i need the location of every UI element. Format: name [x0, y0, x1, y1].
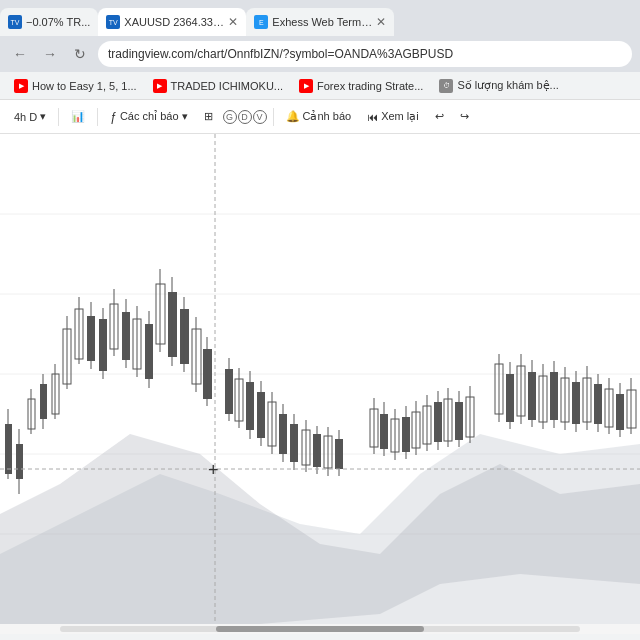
- timeframe-arrow: ▾: [40, 110, 46, 123]
- bookmark-3[interactable]: ▶ Forex trading Strate...: [293, 77, 429, 95]
- back-button[interactable]: ←: [8, 42, 32, 66]
- tab-1-favicon: TV: [8, 15, 22, 29]
- alert-button[interactable]: 🔔 Cảnh báo: [280, 108, 358, 125]
- sep-3: [273, 108, 274, 126]
- bookmark-4-text: Số lượng khám bệ...: [457, 79, 558, 92]
- svg-text:+: +: [208, 460, 219, 480]
- undo-button[interactable]: ↩: [429, 108, 450, 125]
- timeframe-selector[interactable]: 4h D ▾: [8, 108, 52, 125]
- tab-2-text: XAUUSD 2364.333 ▼ −0.07% TR...: [124, 16, 224, 28]
- tab-3-favicon: E: [254, 15, 268, 29]
- indicators-button[interactable]: ƒ Các chỉ báo ▾: [104, 108, 193, 126]
- bar-style-button[interactable]: 📊: [65, 108, 91, 125]
- circle-d-button[interactable]: D: [238, 110, 252, 124]
- indicators-arrow: ▾: [182, 110, 188, 123]
- bookmark-1-favicon: ▶: [14, 79, 28, 93]
- tab-3-text: Exhess Web Terminal: [272, 16, 372, 28]
- circle-buttons: G D V: [223, 110, 267, 124]
- redo-button[interactable]: ↪: [454, 108, 475, 125]
- replay-button[interactable]: ⏮ Xem lại: [361, 108, 425, 125]
- tab-3[interactable]: E Exhess Web Terminal ✕: [246, 8, 394, 36]
- bookmark-2-favicon: ▶: [153, 79, 167, 93]
- forward-button[interactable]: →: [38, 42, 62, 66]
- tab-1[interactable]: TV −0.07% TR...: [0, 8, 98, 36]
- replay-icon: ⏮: [367, 111, 378, 123]
- sep-2: [97, 108, 98, 126]
- circle-g-button[interactable]: G: [223, 110, 237, 124]
- alert-icon: 🔔: [286, 110, 300, 123]
- bookmark-1[interactable]: ▶ How to Easy 1, 5, 1...: [8, 77, 143, 95]
- replay-label: Xem lại: [381, 110, 419, 123]
- tab-2-favicon: TV: [106, 15, 120, 29]
- scrollbar-track[interactable]: [60, 626, 580, 632]
- tab-1-text: −0.07% TR...: [26, 16, 90, 28]
- scrollbar-thumb[interactable]: [216, 626, 424, 632]
- bookmark-3-favicon: ▶: [299, 79, 313, 93]
- bookmark-3-text: Forex trading Strate...: [317, 80, 423, 92]
- timeframe-period: D: [29, 111, 37, 123]
- address-bar: ← → ↻ tradingview.com/chart/OnnfbIZN/?sy…: [0, 36, 640, 72]
- chart-area[interactable]: +: [0, 134, 640, 624]
- timeframe-label: 4h: [14, 111, 26, 123]
- reload-button[interactable]: ↻: [68, 42, 92, 66]
- bookmark-2[interactable]: ▶ TRADED ICHIMOKU...: [147, 77, 289, 95]
- url-text: tradingview.com/chart/OnnfbIZN/?symbol=O…: [108, 47, 453, 61]
- alert-label: Cảnh báo: [303, 110, 352, 123]
- templates-button[interactable]: ⊞: [198, 108, 219, 125]
- tab-2[interactable]: TV XAUUSD 2364.333 ▼ −0.07% TR... ✕: [98, 8, 246, 36]
- circle-v-button[interactable]: V: [253, 110, 267, 124]
- scrollbar-area: [0, 624, 640, 634]
- templates-icon: ⊞: [204, 110, 213, 123]
- chart-svg: +: [0, 134, 640, 624]
- indicators-label: Các chỉ báo: [120, 110, 179, 123]
- bookmark-2-text: TRADED ICHIMOKU...: [171, 80, 283, 92]
- url-bar[interactable]: tradingview.com/chart/OnnfbIZN/?symbol=O…: [98, 41, 632, 67]
- bookmark-1-text: How to Easy 1, 5, 1...: [32, 80, 137, 92]
- sep-1: [58, 108, 59, 126]
- bar-style-icon: 📊: [71, 110, 85, 123]
- chart-toolbar: 4h D ▾ 📊 ƒ Các chỉ báo ▾ ⊞ G D V 🔔 Cảnh …: [0, 100, 640, 134]
- bookmark-4[interactable]: ⏱ Số lượng khám bệ...: [433, 77, 564, 95]
- redo-icon: ↪: [460, 110, 469, 123]
- tab-bar: TV −0.07% TR... TV XAUUSD 2364.333 ▼ −0.…: [0, 0, 640, 36]
- tab-3-close[interactable]: ✕: [376, 15, 386, 29]
- undo-icon: ↩: [435, 110, 444, 123]
- tab-2-close[interactable]: ✕: [228, 15, 238, 29]
- indicators-icon: ƒ: [110, 110, 117, 124]
- bookmarks-bar: ▶ How to Easy 1, 5, 1... ▶ TRADED ICHIMO…: [0, 72, 640, 100]
- bookmark-4-favicon: ⏱: [439, 79, 453, 93]
